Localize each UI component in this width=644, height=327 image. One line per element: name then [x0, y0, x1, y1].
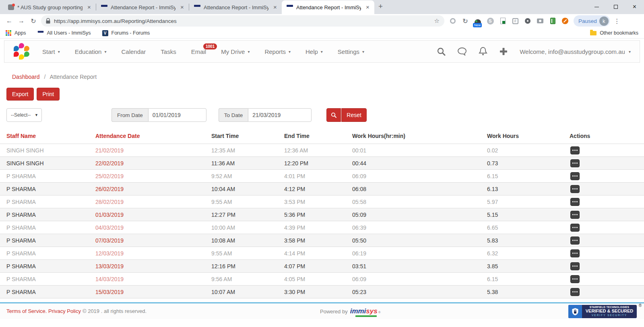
window-close-button[interactable]: ×	[625, 0, 644, 14]
ellipsis-icon	[574, 278, 576, 280]
start-time-cell: 9:52 AM	[211, 170, 284, 183]
window-minimize-button[interactable]	[587, 0, 606, 14]
row-actions-button[interactable]	[570, 159, 580, 167]
new-tab-button[interactable]: +	[378, 2, 383, 11]
end-time-cell: 4:39 PM	[284, 221, 352, 234]
ellipsis-icon	[574, 227, 576, 228]
staff-name-cell: P SHARMA	[0, 170, 95, 183]
nav-item-my-drive[interactable]: My Drive▾	[221, 48, 250, 55]
extension-skype-icon[interactable]: S	[487, 17, 494, 25]
chevron-down-icon: ▾	[289, 49, 291, 54]
staff-name-cell: P SHARMA	[0, 221, 95, 234]
extension-gear-icon[interactable]	[524, 17, 531, 25]
bookmark-forums[interactable]: V Forums - Forums	[102, 30, 150, 36]
extension-grid-icon[interactable]: #	[512, 17, 519, 25]
tab-close-icon[interactable]: ×	[179, 4, 186, 11]
verified-secured-badge[interactable]: STARFIELD TECHNOLOGIES VERIFIED & SECURE…	[568, 305, 637, 318]
chat-icon[interactable]	[457, 47, 467, 56]
nav-item-reports[interactable]: Reports▾	[264, 48, 291, 55]
extension-pencil-icon[interactable]	[561, 17, 569, 25]
browser-tab-2[interactable]: Attendance Report - ImmiSys ×	[96, 0, 189, 14]
plus-icon[interactable]	[499, 47, 508, 56]
attendance-date-link[interactable]: 12/03/2019	[95, 247, 211, 260]
start-time-cell: 12:35 AM	[211, 144, 284, 157]
address-bar[interactable]: https://app.immisys.com.au/Reporting/Att…	[41, 15, 444, 27]
print-button[interactable]: Print	[37, 88, 60, 101]
nav-item-education[interactable]: Education▾	[75, 48, 107, 55]
extension-circle-icon[interactable]	[449, 17, 456, 25]
nav-item-calendar[interactable]: Calendar	[121, 48, 146, 55]
browser-tab-3[interactable]: Attendance Report - ImmiSys ×	[189, 0, 282, 14]
staff-select[interactable]: --Select-- ▼	[6, 108, 42, 122]
attendance-date-link[interactable]: 28/02/2019	[95, 195, 211, 208]
search-button[interactable]	[326, 108, 341, 122]
tab-close-icon[interactable]: ×	[86, 4, 93, 11]
extension-speedtest-icon[interactable]: New	[474, 17, 481, 25]
extension-recycle-icon[interactable]: ↻	[462, 17, 469, 25]
immisys-app-page: Start▾ Education▾ Calendar Tasks Email10…	[0, 40, 644, 327]
reload-button[interactable]: ↻	[27, 17, 39, 25]
bookmark-all-users[interactable]: All Users - ImmiSys	[37, 30, 91, 36]
nav-item-help[interactable]: Help▾	[305, 48, 323, 55]
back-button[interactable]: ←	[3, 17, 15, 25]
extension-camera-icon[interactable]	[537, 17, 544, 25]
attendance-date-link[interactable]: 15/03/2019	[95, 286, 211, 298]
row-actions-button[interactable]	[570, 224, 580, 232]
welcome-account-menu[interactable]: Welcome, info@ausstudygroup.com.au ▾	[520, 48, 631, 55]
nav-item-email[interactable]: Email1001	[191, 48, 206, 55]
row-actions-button[interactable]	[570, 275, 580, 283]
extension-notebook-icon[interactable]	[549, 17, 556, 25]
browser-tab-1[interactable]: * AUS Study group reporting tha ×	[3, 0, 96, 14]
attendance-date-link[interactable]: 04/03/2019	[95, 221, 211, 234]
from-date-input[interactable]	[148, 108, 206, 122]
row-actions-button[interactable]	[570, 288, 580, 296]
filter-row: --Select-- ▼ From Date To Date Reset	[6, 108, 638, 122]
attendance-date-link[interactable]: 26/02/2019	[95, 183, 211, 195]
row-actions-button[interactable]	[570, 249, 580, 257]
row-actions-button[interactable]	[570, 185, 580, 193]
row-actions-button[interactable]	[570, 146, 580, 154]
window-maximize-button[interactable]	[606, 0, 625, 14]
attendance-date-link[interactable]: 21/02/2019	[95, 144, 211, 157]
search-icon[interactable]	[437, 47, 446, 56]
folder-icon	[590, 31, 597, 35]
attendance-date-link[interactable]: 25/02/2019	[95, 170, 211, 183]
bell-icon[interactable]	[479, 47, 487, 56]
other-bookmarks-button[interactable]: Other bookmarks	[590, 30, 638, 36]
attendance-date-link[interactable]: 01/03/2019	[95, 208, 211, 221]
header-attendance-date[interactable]: Attendance Date	[95, 131, 211, 144]
row-actions-button[interactable]	[570, 262, 580, 270]
nav-item-start[interactable]: Start▾	[42, 48, 60, 55]
extension-document-icon[interactable]	[499, 17, 506, 25]
attendance-date-link[interactable]: 14/03/2019	[95, 273, 211, 286]
bookmark-apps[interactable]: Apps	[6, 30, 26, 36]
row-actions-button[interactable]	[570, 172, 580, 180]
sync-paused-profile[interactable]: Paused k	[574, 15, 610, 27]
tab-close-icon[interactable]: ×	[364, 4, 371, 11]
tab-close-icon[interactable]: ×	[272, 4, 279, 11]
browser-menu-button[interactable]: ⋮	[614, 17, 620, 25]
terms-of-service-link[interactable]: Terms of Service.	[6, 308, 47, 314]
export-button[interactable]: Export	[6, 88, 34, 101]
nav-item-tasks[interactable]: Tasks	[161, 48, 176, 55]
breadcrumb-dashboard-link[interactable]: Dashboard	[12, 74, 40, 80]
to-date-input[interactable]	[248, 108, 312, 122]
work-hours-hrmin-cell: 00:44	[352, 157, 487, 170]
attendance-date-link[interactable]: 07/03/2019	[95, 234, 211, 247]
aus-study-group-logo[interactable]	[13, 43, 30, 60]
header-staff-name[interactable]: Staff Name	[0, 131, 95, 144]
forward-button[interactable]: →	[15, 17, 27, 25]
attendance-date-link[interactable]: 22/02/2019	[95, 157, 211, 170]
bookmark-star-icon[interactable]: ☆	[434, 17, 440, 25]
reset-button[interactable]: Reset	[341, 108, 367, 122]
nav-item-settings[interactable]: Settings▾	[338, 48, 364, 55]
row-actions-button[interactable]	[570, 237, 580, 245]
row-actions-button[interactable]	[570, 198, 580, 206]
row-actions-button[interactable]	[570, 211, 580, 219]
work-hours-hrmin-cell: 06:09	[352, 273, 487, 286]
browser-tab-4-active[interactable]: Attendance Report - ImmiSys ×	[282, 0, 374, 14]
privacy-policy-link[interactable]: Privacy Policy	[48, 308, 81, 314]
attendance-date-link[interactable]: 13/03/2019	[95, 260, 211, 273]
bookmark-label: Forums - Forums	[111, 30, 150, 36]
work-hours-cell: 6.15	[487, 170, 570, 183]
